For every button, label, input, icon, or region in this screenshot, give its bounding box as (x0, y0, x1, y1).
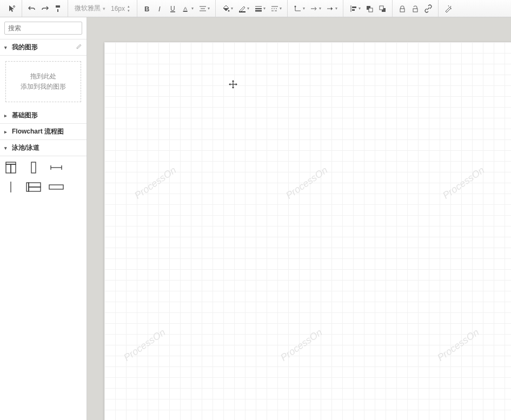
svg-point-0 (14, 5, 15, 7)
collapse-icon: ▾ (4, 45, 10, 50)
section-title: Flowchart 流程图 (12, 127, 64, 136)
watermark: ProcessOn (435, 326, 481, 363)
svg-rect-42 (29, 183, 41, 187)
watermark: ProcessOn (278, 326, 324, 363)
svg-text:B: B (144, 5, 149, 13)
bold-button[interactable]: B (141, 2, 154, 15)
shape-horizontal-separator[interactable] (49, 161, 64, 175)
toolbar-group-end (439, 0, 458, 17)
shape-vertical-pool[interactable] (3, 161, 18, 175)
shape-horizontal-lane[interactable] (49, 180, 64, 194)
text-align-button[interactable]: ▾ (196, 2, 212, 15)
svg-text:U: U (170, 5, 175, 12)
svg-rect-12 (239, 11, 245, 12)
toolbar-group-selection (2, 0, 22, 17)
unlock-button[interactable] (409, 2, 422, 15)
font-size-input[interactable]: 16px ▴ ▾ (109, 3, 134, 15)
dropzone-line1: 拖到此处 (10, 71, 76, 82)
section-pool[interactable]: ▾ 泳池/泳道 (0, 140, 87, 156)
line-style-button[interactable]: ▾ (268, 2, 284, 15)
font-size-down[interactable]: ▾ (126, 9, 131, 13)
expand-icon: ▸ (4, 113, 10, 118)
underline-button[interactable]: U (167, 2, 180, 15)
edit-icon[interactable] (76, 43, 82, 51)
italic-button[interactable]: I (154, 2, 167, 15)
shape-vertical-lane[interactable] (26, 161, 41, 175)
section-title: 泳池/泳道 (12, 143, 39, 152)
move-cursor-icon (228, 79, 238, 90)
arrow-end-button[interactable]: ▾ (323, 2, 340, 15)
svg-text:A: A (183, 5, 187, 11)
toolbar-group-font: 微软雅黑 ▾ 16px ▴ ▾ (68, 0, 137, 17)
svg-rect-34 (6, 164, 11, 173)
search-box (4, 22, 82, 35)
collapse-icon: ▾ (4, 145, 10, 151)
toolbar-group-arrange: ▾ (343, 0, 393, 17)
search-input[interactable] (5, 24, 92, 32)
svg-rect-36 (31, 162, 36, 173)
svg-point-19 (294, 5, 296, 7)
text-color-button[interactable]: A▾ (180, 2, 196, 15)
canvas-page[interactable]: ProcessOn ProcessOn ProcessOn ProcessOn … (104, 42, 511, 420)
watermark: ProcessOn (122, 326, 168, 363)
svg-rect-26 (369, 8, 373, 12)
svg-rect-29 (400, 9, 404, 12)
shape-horizontal-pool[interactable] (26, 180, 41, 194)
svg-rect-30 (413, 9, 417, 12)
toolbar-group-text-style: B I U A▾ ▾ (137, 0, 216, 17)
magic-button[interactable] (442, 2, 455, 15)
shape-vertical-separator[interactable] (3, 180, 18, 194)
canvas-area[interactable]: ProcessOn ProcessOn ProcessOn ProcessOn … (87, 17, 511, 420)
connector-type-button[interactable]: ▾ (291, 2, 307, 15)
toolbar-group-lock (393, 0, 439, 17)
toolbar: 微软雅黑 ▾ 16px ▴ ▾ B I U A▾ ▾ ▾ ▾ ▾ ▾ ▾ ▾ ▾… (0, 0, 511, 17)
svg-rect-35 (11, 164, 16, 173)
align-button[interactable]: ▾ (347, 2, 363, 15)
svg-rect-43 (29, 187, 41, 191)
svg-text:I: I (158, 5, 161, 13)
toolbar-group-fill-stroke: ▾ ▾ ▾ ▾ (216, 0, 288, 17)
watermark: ProcessOn (441, 164, 487, 201)
section-my-shapes[interactable]: ▾ 我的图形 (0, 39, 87, 56)
font-size-up[interactable]: ▴ (126, 4, 131, 9)
section-title: 基础图形 (12, 111, 38, 120)
search-row (0, 17, 87, 39)
dropzone-line2: 添加到我的图形 (10, 82, 76, 92)
font-size-value: 16px (111, 5, 125, 12)
svg-rect-1 (56, 5, 60, 8)
svg-rect-23 (352, 6, 356, 8)
format-painter-button[interactable] (51, 2, 64, 15)
main-area: ▾ 我的图形 拖到此处 添加到我的图形 ▸ 基础图形 ▸ Flowchart 流… (0, 17, 511, 420)
sidebar: ▾ 我的图形 拖到此处 添加到我的图形 ▸ 基础图形 ▸ Flowchart 流… (0, 17, 87, 420)
cursor-tool-button[interactable] (5, 2, 18, 15)
font-family-select[interactable]: 微软雅黑 ▾ (71, 3, 109, 15)
line-weight-button[interactable]: ▾ (251, 2, 268, 15)
arrow-style-button[interactable]: ▾ (307, 2, 323, 15)
fill-color-button[interactable]: ▾ (219, 2, 235, 15)
stroke-color-button[interactable]: ▾ (235, 2, 251, 15)
section-flowchart[interactable]: ▸ Flowchart 流程图 (0, 124, 87, 140)
font-family-value: 微软雅黑 (75, 4, 101, 13)
link-button[interactable] (422, 2, 435, 15)
font-size-spinner: ▴ ▾ (126, 4, 131, 13)
send-back-button[interactable] (376, 2, 389, 15)
svg-rect-24 (352, 9, 355, 11)
section-title: 我的图形 (12, 43, 38, 52)
expand-icon: ▸ (4, 129, 10, 135)
pool-shapes-grid (0, 156, 87, 198)
bring-front-button[interactable] (363, 2, 376, 15)
redo-button[interactable] (38, 2, 51, 15)
toolbar-group-history (22, 0, 68, 17)
toolbar-group-connector: ▾ ▾ ▾ (288, 0, 343, 17)
svg-rect-7 (183, 11, 187, 12)
watermark: ProcessOn (284, 164, 330, 201)
svg-rect-44 (49, 185, 63, 189)
my-shapes-dropzone[interactable]: 拖到此处 添加到我的图形 (5, 61, 81, 102)
svg-point-11 (228, 10, 229, 11)
watermark: ProcessOn (132, 164, 178, 201)
lock-button[interactable] (396, 2, 409, 15)
caret-down-icon: ▾ (103, 6, 105, 11)
svg-rect-28 (380, 6, 383, 10)
section-basic[interactable]: ▸ 基础图形 (0, 108, 87, 124)
undo-button[interactable] (25, 2, 38, 15)
